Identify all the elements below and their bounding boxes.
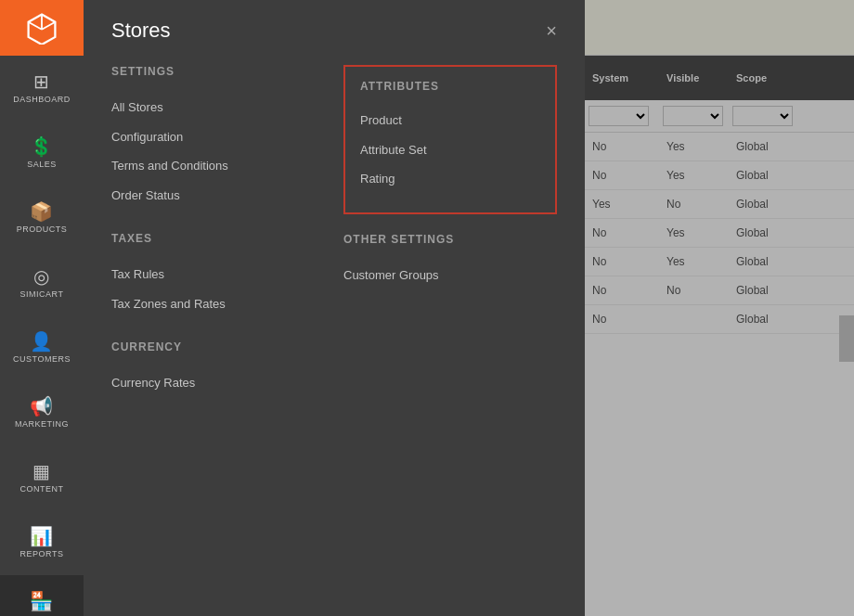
menu-item-terms[interactable]: Terms and Conditions — [111, 151, 325, 181]
sidebar-item-content[interactable]: ▦ CONTENT — [0, 445, 84, 510]
menu-item-order-status[interactable]: Order Status — [111, 181, 325, 211]
taxes-section-title: Taxes — [111, 232, 325, 245]
menu-item-currency-rates[interactable]: Currency Rates — [111, 368, 325, 398]
sales-icon: 💲 — [30, 137, 54, 156]
modal-col-right: Attributes Product Attribute Set Rating … — [343, 65, 557, 398]
logo[interactable] — [0, 0, 84, 56]
sidebar-label-sales: SALES — [27, 160, 57, 169]
menu-item-configuration[interactable]: Configuration — [111, 122, 325, 152]
customers-icon: 👤 — [30, 332, 54, 351]
other-settings-section: Other Settings Customer Groups — [343, 233, 557, 290]
sidebar-item-sales[interactable]: 💲 SALES — [0, 121, 84, 186]
sidebar-label-products: PRODUCTS — [17, 225, 68, 234]
sidebar-label-reports: REPORTS — [20, 549, 64, 558]
sidebar-item-marketing[interactable]: 📢 MARKETING — [0, 380, 84, 445]
sidebar: ⊞ DASHBOARD 💲 SALES 📦 PRODUCTS ◎ SIMICAR… — [0, 0, 84, 616]
content-icon: ▦ — [32, 462, 51, 481]
currency-section-title: Currency — [111, 340, 325, 353]
sidebar-label-marketing: MARKETING — [15, 419, 69, 429]
sidebar-item-stores[interactable]: 🏪 STORES — [0, 575, 84, 616]
sidebar-label-customers: CUSTOMERS — [13, 354, 71, 364]
menu-item-customer-groups[interactable]: Customer Groups — [343, 261, 557, 290]
dashboard-icon: ⊞ — [33, 72, 50, 91]
simicart-icon: ◎ — [33, 267, 50, 286]
settings-section-title: Settings — [111, 65, 325, 78]
sidebar-label-simicart: SIMICART — [20, 289, 64, 299]
sidebar-item-customers[interactable]: 👤 CUSTOMERS — [0, 315, 84, 380]
stores-icon: 🏪 — [30, 592, 54, 610]
menu-item-tax-rules[interactable]: Tax Rules — [111, 260, 325, 289]
reports-icon: 📊 — [30, 527, 54, 545]
modal-title: Stores — [111, 19, 171, 43]
sidebar-item-products[interactable]: 📦 PRODUCTS — [0, 186, 84, 250]
menu-item-attribute-set[interactable]: Attribute Set — [360, 135, 540, 165]
marketing-icon: 📢 — [30, 397, 54, 416]
modal-columns: Settings All Stores Configuration Terms … — [111, 65, 557, 398]
settings-section: Settings All Stores Configuration Terms … — [111, 65, 325, 210]
taxes-section: Taxes Tax Rules Tax Zones and Rates — [111, 232, 325, 318]
menu-item-all-stores[interactable]: All Stores — [111, 93, 325, 122]
products-icon: 📦 — [30, 202, 54, 221]
sidebar-item-simicart[interactable]: ◎ SIMICART — [0, 250, 84, 315]
modal-col-left: Settings All Stores Configuration Terms … — [111, 65, 343, 398]
stores-modal: Stores × Settings All Stores Configurati… — [84, 0, 585, 616]
modal-close-button[interactable]: × — [546, 21, 557, 40]
sidebar-item-dashboard[interactable]: ⊞ DASHBOARD — [0, 56, 84, 121]
attributes-box: Attributes Product Attribute Set Rating — [343, 65, 557, 214]
main-area: System Visible Scope — [84, 0, 854, 616]
menu-item-product[interactable]: Product — [360, 106, 540, 135]
sidebar-label-content: CONTENT — [20, 484, 64, 494]
sidebar-label-dashboard: DASHBOARD — [13, 95, 71, 104]
other-settings-title: Other Settings — [343, 233, 557, 246]
menu-item-tax-zones[interactable]: Tax Zones and Rates — [111, 289, 325, 319]
modal-header: Stores × — [111, 19, 557, 43]
attributes-section-title: Attributes — [360, 80, 540, 93]
currency-section: Currency Currency Rates — [111, 340, 325, 398]
menu-item-rating[interactable]: Rating — [360, 164, 540, 194]
sidebar-item-reports[interactable]: 📊 REPORTS — [0, 510, 84, 575]
